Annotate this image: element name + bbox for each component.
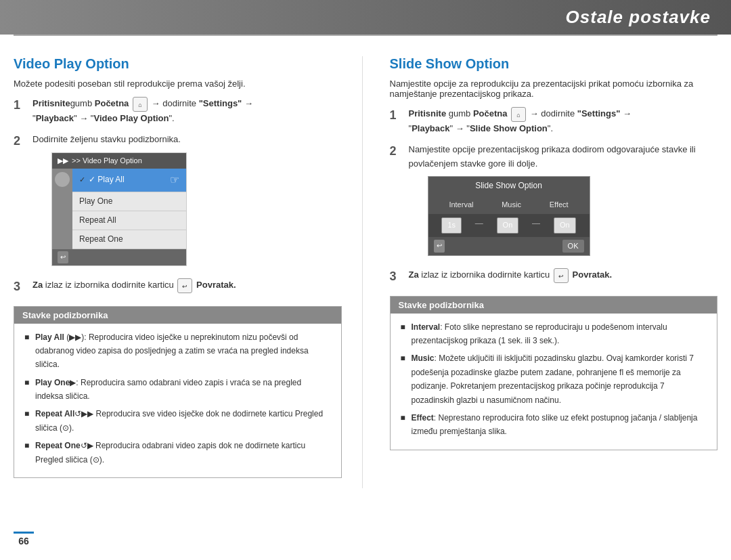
play-one-text: Play One▶: Reproducira samo odabrani vid… <box>35 376 331 404</box>
menu-camera-icon <box>55 172 70 187</box>
content-area: Video Play Option Možete podesiti poseba… <box>0 49 731 502</box>
effect-value[interactable]: On <box>554 217 576 234</box>
step-1-text: Pritisnitegumb Početna ⌂ → dodirnite "Se… <box>32 97 342 126</box>
video-step-2: 2 Dodirnite željenu stavku podizbornika.… <box>14 133 342 272</box>
back-button-icon: ↩ <box>177 278 192 293</box>
menu-item-repeat-all[interactable]: Repeat All <box>72 211 186 230</box>
slide-step-3-number: 3 <box>390 268 403 285</box>
effect-label: Effect <box>550 199 569 211</box>
page-header: Ostale postavke <box>0 0 731 35</box>
submenu-item-repeat-one: ■ Repeat One↺▶ Reproducira odabrani vide… <box>24 439 331 467</box>
menu-footer: ↩ <box>52 249 186 265</box>
slide-step-1-text: Pritisnite gumb Početna ⌂ → dodirnite "S… <box>409 107 718 136</box>
bullet-3: ■ <box>24 407 32 435</box>
slideshow-values: 1s — On — On <box>428 214 590 237</box>
interval-value[interactable]: 1s <box>441 217 462 234</box>
bullet-r1: ■ <box>401 320 409 348</box>
slide-back-button-icon: ↩ <box>554 268 569 283</box>
slide-submenu-box: Stavke podizbornika ■ Interval: Foto sli… <box>390 296 718 450</box>
slide-step-3: 3 Za izlaz iz izbornika dodirnite kartic… <box>390 268 718 285</box>
bullet-4: ■ <box>24 439 32 467</box>
slideshow-mockup: Slide Show Option Interval Music Effect … <box>428 176 590 256</box>
step-1-number: 1 <box>14 97 27 114</box>
submenu-item-music: ■ Music: Možete uključiti ili isključiti… <box>401 351 707 407</box>
divider-2: — <box>532 217 540 234</box>
step-2-text: Dodirnite željenu stavku podizbornika. ▶… <box>32 133 342 272</box>
header-divider <box>14 35 717 36</box>
slide-intro-text: Namjestite opcije za reprodukciju za pre… <box>390 79 718 99</box>
page-number: 66 <box>14 532 34 546</box>
video-submenu-title: Stavke podizbornika <box>14 307 341 324</box>
slideshow-header: Slide Show Option <box>428 177 590 195</box>
music-value[interactable]: On <box>497 217 519 234</box>
video-menu-mockup: ▶▶ >> Video Play Option ✓ Play All ☞ Pla… <box>51 152 187 267</box>
submenu-item-repeat-all: ■ Repeat All↺▶▶ Reproducira sve video is… <box>24 407 331 435</box>
home-icon-2: ⌂ <box>511 107 526 122</box>
effect-desc: Effect: Neprestano reproducira foto slik… <box>412 411 707 439</box>
slide-submenu-content: ■ Interval: Foto slike neprestano se rep… <box>391 314 717 450</box>
repeat-all-text: Repeat All↺▶▶ Reproducira sve video isje… <box>35 407 331 435</box>
menu-items-list: ✓ Play All ☞ Play One Repeat All Repeat … <box>72 169 186 249</box>
music-desc: Music: Možete uključiti ili isključiti p… <box>412 351 707 407</box>
divider-1: — <box>475 217 483 234</box>
home-icon: ⌂ <box>133 97 148 112</box>
slideshow-back-icon: ↩ <box>434 240 445 253</box>
slide-step-1-number: 1 <box>390 107 403 124</box>
video-intro-text: Možete podesiti poseban stil reprodukcij… <box>14 79 342 89</box>
menu-item-play-all[interactable]: ✓ Play All ☞ <box>72 169 186 192</box>
menu-left-icon <box>52 169 72 249</box>
video-submenu-content: ■ Play All (▶▶): Reproducira video isječ… <box>14 324 341 478</box>
left-column: Video Play Option Možete podesiti poseba… <box>14 56 363 488</box>
bullet-2: ■ <box>24 376 32 404</box>
submenu-item-play-one: ■ Play One▶: Reproducira samo odabrani v… <box>24 376 331 404</box>
step-2-label: Dodirnite željenu stavku podizbornika. <box>32 134 181 144</box>
submenu-item-play-all: ■ Play All (▶▶): Reproducira video isječ… <box>24 330 331 372</box>
slide-step-1: 1 Pritisnite gumb Početna ⌂ → dodirnite … <box>390 107 718 136</box>
bullet-1: ■ <box>24 330 32 372</box>
video-play-option-title: Video Play Option <box>14 56 342 72</box>
submenu-item-effect: ■ Effect: Neprestano reproducira foto sl… <box>401 411 707 439</box>
slideshow-footer: ↩ OK <box>428 237 590 256</box>
video-submenu-box: Stavke podizbornika ■ Play All (▶▶): Rep… <box>14 306 342 479</box>
menu-header: ▶▶ >> Video Play Option <box>52 153 186 169</box>
ok-button[interactable]: OK <box>562 240 584 253</box>
bullet-r2: ■ <box>401 351 409 407</box>
interval-label: Interval <box>449 199 473 211</box>
repeat-one-text: Repeat One↺▶ Reproducira odabrani video … <box>35 439 331 467</box>
step-3-number: 3 <box>14 278 27 295</box>
submenu-item-interval: ■ Interval: Foto slike neprestano se rep… <box>401 320 707 348</box>
page-title: Ostale postavke <box>20 7 711 28</box>
slide-step-2-text: Namjestite opcije prezentacijskog prikaz… <box>409 143 718 262</box>
menu-header-label: >> Video Play Option <box>72 155 142 167</box>
menu-body: ✓ Play All ☞ Play One Repeat All Repeat … <box>52 169 186 249</box>
slide-submenu-title: Stavke podizbornika <box>391 297 717 314</box>
right-column: Slide Show Option Namjestite opcije za r… <box>383 56 718 488</box>
slide-show-option-title: Slide Show Option <box>390 56 718 72</box>
video-step-1: 1 Pritisnitegumb Početna ⌂ → dodirnite "… <box>14 97 342 126</box>
slide-step-2: 2 Namjestite opcije prezentacijskog prik… <box>390 143 718 262</box>
menu-item-repeat-one[interactable]: Repeat One <box>72 230 186 249</box>
bullet-r3: ■ <box>401 411 409 439</box>
slide-step-2-number: 2 <box>390 143 403 160</box>
play-all-text: Play All (▶▶): Reproducira video isječke… <box>35 330 331 372</box>
slide-step-2-label: Namjestite opcije prezentacijskog prikaz… <box>409 144 696 169</box>
menu-arrow-icon: ▶▶ <box>58 155 68 167</box>
back-icon: ↩ <box>58 251 68 263</box>
step-3-text: Za izlaz iz izbornika dodirnite karticu … <box>32 278 342 293</box>
step-2-number: 2 <box>14 133 27 150</box>
slide-step-3-text: Za izlaz iz izbornika dodirnite karticu … <box>409 268 718 283</box>
slideshow-controls: Interval Music Effect <box>428 196 590 215</box>
video-step-3: 3 Za izlaz iz izbornika dodirnite kartic… <box>14 278 342 295</box>
menu-item-play-one[interactable]: Play One <box>72 192 186 211</box>
music-label: Music <box>502 199 521 211</box>
interval-desc: Interval: Foto slike neprestano se repro… <box>412 320 707 348</box>
